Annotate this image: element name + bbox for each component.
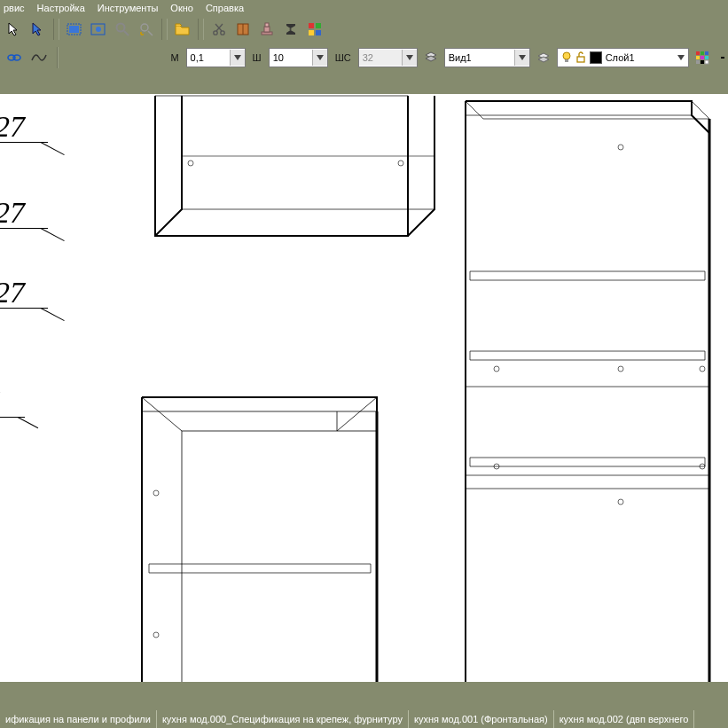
view-input[interactable] bbox=[445, 50, 514, 66]
sigma-icon[interactable] bbox=[280, 19, 301, 40]
menu-help[interactable]: Справка bbox=[206, 3, 244, 13]
svg-rect-13 bbox=[265, 23, 269, 27]
svg-rect-28 bbox=[705, 56, 708, 59]
menu-bar: рвис Настройка Инструменты Окно Справка bbox=[0, 0, 728, 16]
drawing-canvas[interactable]: 27 27 27 7 bbox=[0, 94, 728, 682]
lightbulb-icon bbox=[561, 51, 572, 64]
width-input[interactable] bbox=[270, 50, 312, 66]
toolbar-sep bbox=[57, 47, 59, 68]
color-palette-icon[interactable] bbox=[304, 19, 325, 40]
width-label: Ш bbox=[251, 52, 263, 63]
svg-point-34 bbox=[398, 160, 403, 166]
layer-combo[interactable]: Слой1 bbox=[557, 48, 689, 67]
toolbar-main bbox=[0, 16, 728, 43]
scissors-icon[interactable] bbox=[208, 19, 230, 40]
svg-rect-17 bbox=[316, 30, 321, 35]
svg-rect-22 bbox=[577, 57, 584, 62]
svg-rect-31 bbox=[705, 60, 708, 64]
svg-point-40 bbox=[700, 366, 705, 372]
svg-line-5 bbox=[124, 31, 129, 35]
scale-label: М bbox=[168, 52, 180, 63]
select-window-icon[interactable] bbox=[64, 19, 85, 40]
cursor-icon[interactable] bbox=[4, 19, 25, 40]
panel-icon[interactable] bbox=[232, 19, 254, 40]
ws-combo[interactable] bbox=[358, 48, 418, 67]
chevron-down-icon[interactable] bbox=[402, 50, 417, 66]
status-tab[interactable]: кухня мод.002 (двп верхнего bbox=[554, 710, 695, 728]
svg-point-45 bbox=[153, 490, 159, 496]
width-combo[interactable] bbox=[269, 48, 328, 67]
layers-stack-icon[interactable] bbox=[423, 47, 439, 68]
chevron-down-icon[interactable] bbox=[230, 50, 245, 66]
svg-point-3 bbox=[96, 27, 101, 32]
property-bar: М Ш ШС Слой1 bbox=[0, 43, 728, 73]
ws-input bbox=[359, 50, 402, 66]
status-bar: ификация на панели и профили кухня мод.0… bbox=[0, 710, 728, 728]
svg-rect-14 bbox=[309, 23, 314, 28]
pointer-select-icon[interactable] bbox=[27, 19, 49, 40]
layer-manager-icon[interactable] bbox=[536, 47, 552, 68]
svg-point-37 bbox=[618, 145, 623, 150]
chevron-down-icon[interactable] bbox=[677, 55, 685, 60]
link-icon[interactable] bbox=[4, 47, 25, 68]
svg-point-39 bbox=[494, 366, 499, 372]
svg-point-8 bbox=[221, 31, 224, 35]
zoom-extents-icon[interactable] bbox=[136, 19, 157, 40]
svg-point-20 bbox=[563, 52, 570, 59]
svg-rect-23 bbox=[696, 51, 700, 55]
stamp-icon[interactable] bbox=[256, 19, 278, 40]
status-tab[interactable]: кухня мод.000_Спецификация на крепеж, фу… bbox=[157, 710, 409, 728]
layer-color-swatch bbox=[590, 51, 602, 64]
layer-name: Слой1 bbox=[606, 52, 635, 63]
svg-rect-30 bbox=[701, 60, 704, 64]
svg-point-46 bbox=[153, 632, 159, 638]
svg-point-6 bbox=[141, 24, 148, 31]
svg-rect-16 bbox=[309, 30, 314, 35]
svg-rect-21 bbox=[565, 59, 568, 62]
svg-rect-27 bbox=[701, 56, 704, 59]
toolbar-sep bbox=[198, 19, 204, 40]
chevron-down-icon[interactable] bbox=[514, 50, 529, 66]
toolbar-pad bbox=[0, 73, 728, 94]
spline-icon[interactable] bbox=[28, 47, 50, 68]
status-tab[interactable]: кухня мод.001 (Фронтальная) bbox=[409, 710, 554, 728]
menu-window[interactable]: Окно bbox=[170, 3, 193, 13]
model-wireframe bbox=[0, 94, 728, 682]
select-crossing-icon[interactable] bbox=[88, 19, 109, 40]
status-tab[interactable]: ификация на панели и профили bbox=[0, 710, 157, 728]
lock-open-icon bbox=[575, 51, 586, 64]
view-combo[interactable] bbox=[444, 48, 530, 67]
toolbar-sep bbox=[53, 19, 59, 40]
chevron-down-icon[interactable] bbox=[312, 50, 327, 66]
menu-settings[interactable]: Настройка bbox=[37, 3, 85, 13]
folder-icon[interactable] bbox=[172, 19, 193, 40]
svg-point-38 bbox=[618, 366, 623, 372]
svg-rect-24 bbox=[701, 51, 704, 55]
svg-point-4 bbox=[117, 24, 125, 32]
svg-point-33 bbox=[188, 160, 193, 166]
menu-tools[interactable]: Инструменты bbox=[98, 3, 159, 13]
menu-service[interactable]: рвис bbox=[4, 3, 25, 13]
toolbar-sep bbox=[161, 19, 168, 40]
svg-point-7 bbox=[214, 31, 217, 35]
color-grid-icon[interactable] bbox=[694, 47, 710, 68]
zoom-icon[interactable] bbox=[112, 19, 133, 40]
svg-rect-29 bbox=[696, 60, 700, 64]
svg-point-43 bbox=[618, 499, 623, 505]
linetype-preview[interactable] bbox=[721, 57, 724, 59]
scale-combo[interactable] bbox=[186, 48, 246, 67]
scale-input[interactable] bbox=[187, 50, 230, 66]
svg-rect-15 bbox=[316, 23, 321, 28]
svg-rect-12 bbox=[264, 27, 270, 32]
svg-rect-26 bbox=[696, 56, 700, 59]
svg-rect-1 bbox=[69, 26, 79, 33]
ws-label: ШС bbox=[333, 52, 353, 63]
svg-rect-25 bbox=[705, 51, 708, 55]
